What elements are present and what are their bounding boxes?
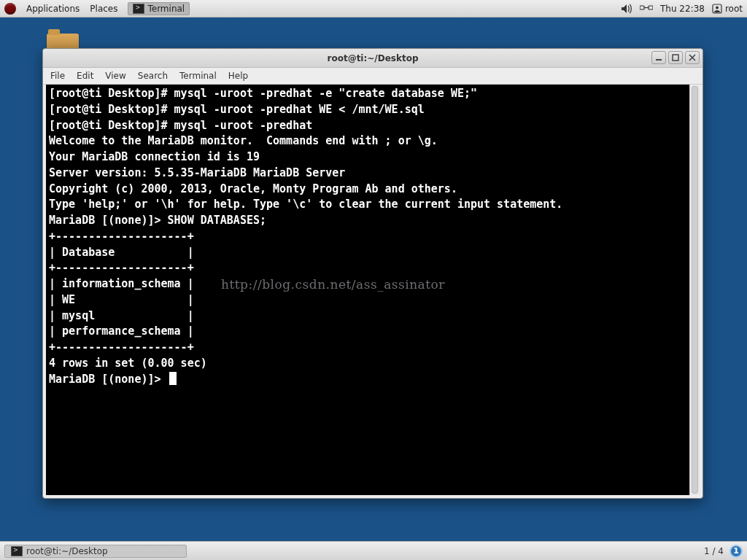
minimize-button[interactable] <box>651 51 666 64</box>
terminal-line: MariaDB [(none)]> <box>49 372 686 388</box>
menu-terminal[interactable]: Terminal <box>179 71 217 81</box>
menu-search[interactable]: Search <box>138 71 168 81</box>
clock[interactable]: Thu 22:38 <box>660 4 705 14</box>
terminal-line: | Database | <box>49 245 686 261</box>
network-icon[interactable] <box>640 4 653 13</box>
terminal-line: Server version: 5.5.35-MariaDB MariaDB S… <box>49 166 686 182</box>
watermark-text: http://blog.csdn.net/ass_assinator <box>221 276 445 294</box>
system-tray: Thu 22:38 root <box>621 4 743 14</box>
terminal-window: root@ti:~/Desktop File Edit View Search … <box>42 48 703 499</box>
window-buttons <box>651 51 700 64</box>
places-menu[interactable]: Places <box>90 4 117 14</box>
close-button[interactable] <box>685 51 700 64</box>
applications-menu[interactable]: Applications <box>26 4 80 14</box>
window-title: root@ti:~/Desktop <box>43 53 703 63</box>
menu-help[interactable]: Help <box>228 71 248 81</box>
menu-edit[interactable]: Edit <box>77 71 93 81</box>
terminal-line: +--------------------+ <box>49 340 686 356</box>
terminal-line: [root@ti Desktop]# mysql -uroot -predhat <box>49 118 686 134</box>
terminal-line: Type 'help;' or '\h' for help. Type '\c'… <box>49 197 686 213</box>
terminal-line: [root@ti Desktop]# mysql -uroot -predhat… <box>49 86 686 102</box>
workspace-badge[interactable]: 1 <box>729 545 743 558</box>
terminal-line: +--------------------+ <box>49 260 686 276</box>
workspace-count: 1 / 4 <box>704 546 724 556</box>
maximize-button[interactable] <box>668 51 683 64</box>
top-panel: Applications Places Terminal Thu 22:38 r… <box>0 0 747 18</box>
menu-view[interactable]: View <box>105 71 125 81</box>
window-menubar: File Edit View Search Terminal Help <box>43 68 703 85</box>
taskbar-entry-terminal[interactable]: root@ti:~/Desktop <box>4 545 187 558</box>
svg-rect-5 <box>673 55 678 61</box>
svg-rect-4 <box>656 59 662 61</box>
user-icon <box>712 4 722 14</box>
bottom-panel: root@ti:~/Desktop 1 / 4 1 <box>0 541 747 560</box>
menu-file[interactable]: File <box>50 71 65 81</box>
terminal-line: Your MariaDB connection id is 19 <box>49 149 686 166</box>
terminal-line: [root@ti Desktop]# mysql -uroot -predhat… <box>49 102 686 118</box>
panel-left: Applications Places Terminal <box>4 2 190 15</box>
svg-rect-0 <box>640 6 644 9</box>
terminal-line: | mysql | <box>49 308 686 324</box>
volume-icon[interactable] <box>621 4 632 14</box>
terminal-line: MariaDB [(none)]> SHOW DATABASES; <box>49 213 686 229</box>
terminal-cursor <box>169 372 177 385</box>
terminal-output: [root@ti Desktop]# mysql -uroot -predhat… <box>49 86 686 387</box>
window-titlebar[interactable]: root@ti:~/Desktop <box>43 49 703 68</box>
terminal-icon <box>133 4 144 14</box>
svg-rect-1 <box>649 6 653 9</box>
workspace-indicator[interactable]: 1 / 4 1 <box>704 545 743 558</box>
distro-logo-icon[interactable] <box>4 3 16 15</box>
terminal-body[interactable]: http://blog.csdn.net/ass_assinator [root… <box>46 85 689 495</box>
terminal-scrollbar[interactable] <box>689 85 700 495</box>
terminal-line: Copyright (c) 2000, 2013, Oracle, Monty … <box>49 182 686 198</box>
terminal-line: 4 rows in set (0.00 sec) <box>49 356 686 372</box>
terminal-line: +--------------------+ <box>49 229 686 245</box>
user-label: root <box>725 4 743 14</box>
terminal-line: Welcome to the MariaDB monitor. Commands… <box>49 133 686 149</box>
terminal-icon <box>11 546 23 556</box>
terminal-wrap: http://blog.csdn.net/ass_assinator [root… <box>43 85 703 498</box>
panel-task-terminal-label: Terminal <box>147 4 185 14</box>
user-menu[interactable]: root <box>712 4 743 14</box>
scrollbar-thumb[interactable] <box>692 86 698 494</box>
panel-task-terminal[interactable]: Terminal <box>128 2 190 15</box>
svg-point-3 <box>716 6 719 9</box>
taskbar-entry-label: root@ti:~/Desktop <box>26 546 108 556</box>
terminal-line: | performance_schema | <box>49 324 686 340</box>
terminal-line: | WE | <box>49 292 686 308</box>
